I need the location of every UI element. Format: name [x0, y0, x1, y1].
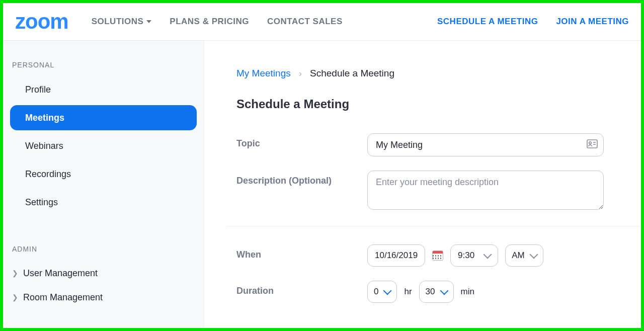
sidebar-heading-admin: ADMIN — [12, 245, 197, 253]
sidebar-item-meetings[interactable]: Meetings — [10, 105, 197, 130]
sidebar-item-profile[interactable]: Profile — [10, 77, 197, 102]
calendar-icon[interactable] — [432, 251, 443, 261]
breadcrumb-parent[interactable]: My Meetings — [236, 68, 291, 79]
nav-plans-pricing[interactable]: PLANS & PRICING — [170, 17, 249, 27]
time-select[interactable]: 9:30 — [450, 244, 498, 267]
svg-point-1 — [589, 142, 592, 144]
sidebar-item-label: User Management — [23, 268, 98, 279]
chevron-down-icon — [383, 287, 392, 295]
duration-hours-select[interactable]: 0 — [367, 281, 397, 303]
form-row-topic: Topic — [236, 133, 641, 156]
contact-card-icon[interactable] — [587, 139, 598, 150]
section-divider — [226, 226, 641, 226]
chevron-right-icon: ❯ — [12, 293, 18, 301]
breadcrumb-current: Schedule a Meeting — [310, 68, 394, 79]
hours-unit: hr — [404, 287, 412, 297]
time-value: 9:30 — [458, 251, 474, 261]
nav-solutions[interactable]: SOLUTIONS — [92, 17, 152, 27]
date-picker[interactable]: 10/16/2019 — [367, 244, 425, 267]
description-textarea[interactable] — [367, 171, 604, 210]
link-schedule-meeting[interactable]: SCHEDULE A MEETING — [437, 17, 538, 27]
duration-minutes-value: 30 — [426, 287, 435, 297]
form-row-description: Description (Optional) — [236, 171, 641, 212]
form-row-duration: Duration 0 hr 30 min — [236, 281, 641, 303]
label-when: When — [236, 244, 367, 260]
sidebar-item-room-management[interactable]: ❯ Room Management — [10, 285, 197, 309]
sidebar-item-webinars[interactable]: Webinars — [10, 133, 197, 158]
label-duration: Duration — [236, 281, 367, 296]
chevron-right-icon: ❯ — [12, 269, 18, 277]
sidebar-item-recordings[interactable]: Recordings — [10, 161, 197, 187]
sidebar: PERSONAL Profile Meetings Webinars Recor… — [3, 41, 204, 328]
sidebar-item-settings[interactable]: Settings — [10, 190, 197, 215]
main-content: My Meetings › Schedule a Meeting Schedul… — [204, 41, 641, 328]
chevron-down-icon — [440, 287, 448, 295]
sidebar-item-label: Room Management — [23, 292, 103, 303]
zoom-logo[interactable]: zoom — [15, 11, 68, 32]
chevron-right-icon: › — [299, 68, 302, 79]
duration-minutes-select[interactable]: 30 — [419, 281, 454, 303]
link-join-meeting[interactable]: JOIN A MEETING — [556, 17, 629, 27]
form-row-when: When 10/16/2019 9:30 AM — [236, 244, 641, 267]
nav-solutions-label: SOLUTIONS — [92, 17, 144, 27]
top-nav: zoom SOLUTIONS PLANS & PRICING CONTACT S… — [3, 3, 641, 41]
breadcrumb: My Meetings › Schedule a Meeting — [236, 68, 641, 79]
sidebar-item-user-management[interactable]: ❯ User Management — [10, 261, 197, 285]
topic-input[interactable] — [367, 133, 604, 156]
svg-rect-0 — [587, 140, 597, 148]
chevron-down-icon — [484, 251, 492, 259]
minutes-unit: min — [461, 287, 474, 297]
page-title: Schedule a Meeting — [236, 97, 641, 111]
chevron-down-icon — [529, 251, 538, 259]
nav-contact-sales[interactable]: CONTACT SALES — [267, 17, 343, 27]
label-description: Description (Optional) — [236, 171, 367, 186]
label-topic: Topic — [236, 133, 367, 149]
ampm-select[interactable]: AM — [505, 244, 543, 267]
sidebar-heading-personal: PERSONAL — [12, 61, 197, 69]
date-value: 10/16/2019 — [375, 251, 418, 261]
ampm-value: AM — [512, 251, 525, 261]
caret-down-icon — [146, 20, 151, 23]
duration-hours-value: 0 — [374, 287, 378, 297]
